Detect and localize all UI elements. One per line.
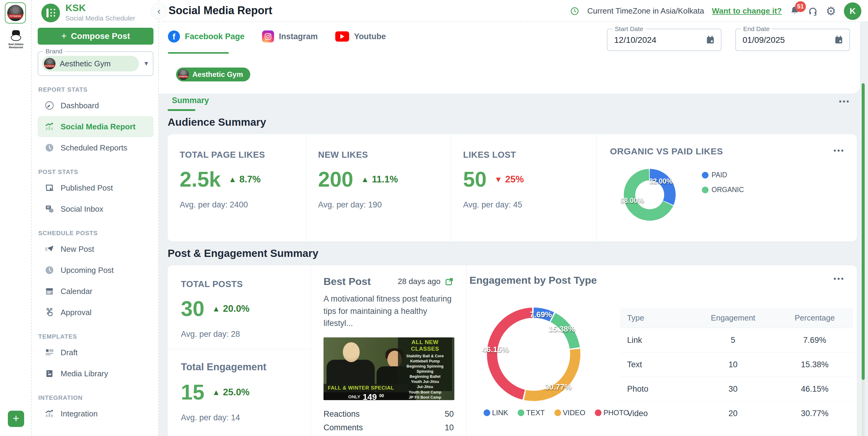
add-workspace-button[interactable]: + (8, 411, 24, 427)
summary-tab-underline (167, 109, 195, 111)
metric-value: 50 (463, 169, 487, 190)
tab-summary[interactable]: Summary (172, 96, 209, 105)
plus-icon: + (61, 30, 67, 41)
tab-instagram[interactable]: Instagram (262, 30, 318, 42)
filters-bar: f Facebook Page Instagram Youtube Start … (159, 22, 860, 93)
scrollbar-track (862, 380, 865, 436)
best-post-reactions-row: Reactions50 (323, 407, 454, 421)
engagement-by-post-type-menu-button[interactable]: ••• (834, 274, 845, 286)
legend-dot-link (484, 409, 490, 416)
audience-summary-heading: Audience Summary (167, 116, 266, 128)
best-post-image-price: ONLY 149 00 (323, 392, 408, 400)
best-post-card: Best Post 28 days ago A motivational fit… (311, 265, 467, 436)
send-icon (44, 244, 55, 254)
app-name: KSK (65, 2, 86, 13)
brand-select[interactable]: Brand FITNESS Aesthetic Gym ▾ (38, 51, 153, 76)
sidebar: KSK Social Media Scheduler + Compose Pos… (32, 0, 159, 436)
engagement-by-post-type-legend: LINK TEXT VIDEO PHOTO (484, 409, 629, 417)
restaurant-caption: Red Stiletto Restaurant (7, 43, 25, 49)
up-triangle-icon: ▲ (361, 175, 369, 184)
app-logo (41, 4, 60, 22)
donut-label-video: 30.77% (545, 382, 571, 392)
best-post-title: Best Post (323, 276, 371, 287)
draft-icon (44, 347, 55, 357)
table-row: Photo 30 46.15% (620, 377, 853, 401)
instagram-icon (262, 30, 274, 42)
tab-youtube[interactable]: Youtube (335, 31, 386, 41)
up-triangle-icon: ▲ (228, 175, 236, 184)
clock-icon (44, 265, 55, 275)
calendar-icon[interactable] (705, 35, 715, 45)
sidebar-item-published-post[interactable]: Published Post (32, 177, 158, 198)
best-post-comments-row: Comments10 (323, 421, 454, 435)
metric-likes-lost: LIKES LOST 50 ▼25% Avg. per day: 45 (451, 134, 597, 242)
best-post-image-classes-panel: ALL NEW CLASSES Stability Ball & Core Ke… (398, 337, 452, 391)
organic-vs-paid-card: ORGANIC VS PAID LIKES ••• 32.00% 68.00% … (597, 134, 857, 242)
up-triangle-icon: ▲ (212, 304, 220, 314)
brand-select-label: Brand (43, 48, 65, 55)
organic-vs-paid-menu-button[interactable]: ••• (834, 146, 845, 156)
notifications-button[interactable]: 51 (789, 5, 800, 17)
metric-total-engagement: Total Engagement 15 ▲25.0% Avg. per day:… (167, 349, 311, 436)
timezone-clock-icon (570, 6, 580, 16)
collapse-sidebar-button[interactable]: ‹ (151, 3, 167, 19)
section-label-schedule-posts: SCHEDULE POSTS (38, 230, 158, 237)
chevron-left-icon: ‹ (157, 5, 161, 16)
sidebar-item-social-media-report[interactable]: Social Media Report (38, 116, 153, 137)
metric-value: 2.5k (180, 169, 221, 190)
headset-icon[interactable] (808, 6, 818, 16)
workspace-rail: FITNESS Red Stiletto Restaurant + (0, 0, 32, 436)
workspace-brand-restaurant[interactable]: Red Stiletto Restaurant (7, 30, 25, 49)
sidebar-item-dashboard[interactable]: Dashboard (32, 95, 158, 116)
post-engagement-card: TOTAL POSTS 30 ▲20.0% Avg. per day: 28 T… (167, 265, 857, 436)
metric-new-likes: NEW LIKES 200 ▲11.1% Avg. per day: 190 (306, 134, 451, 242)
user-avatar[interactable]: K (844, 2, 861, 20)
sidebar-item-approval[interactable]: Approval (32, 302, 158, 323)
donut-label-paid: 32.00% (649, 177, 673, 185)
brand-chip-avatar: FITNESS (178, 69, 189, 80)
donut-label-photo: 46.15% (482, 345, 508, 354)
metric-total-posts: TOTAL POSTS 30 ▲20.0% Avg. per day: 28 (167, 265, 311, 349)
brand-avatar: FITNESS (44, 58, 56, 69)
sidebar-item-draft[interactable]: Draft (32, 342, 158, 363)
workspace-brand-fitness[interactable]: FITNESS (5, 2, 26, 24)
sidebar-item-social-inbox[interactable]: Social Inbox (32, 198, 158, 219)
best-post-image[interactable]: ALL NEW CLASSES Stability Ball & Core Ke… (323, 337, 454, 400)
timezone-change-link[interactable]: Want to change it? (712, 6, 782, 16)
sidebar-item-new-post[interactable]: New Post (32, 239, 158, 259)
brand-select-value[interactable]: FITNESS Aesthetic Gym (42, 56, 139, 71)
compose-post-button[interactable]: + Compose Post (38, 28, 153, 44)
summary-menu-button[interactable]: ••• (839, 97, 850, 105)
calendar-icon (44, 286, 55, 297)
notification-badge: 51 (795, 1, 806, 12)
donut-label-link: 7.69% (530, 310, 552, 319)
report-chart-icon (44, 122, 55, 132)
sidebar-item-integration[interactable]: Integration (32, 403, 158, 424)
up-triangle-icon: ▲ (212, 388, 220, 397)
start-date-field[interactable]: Start Date 12/10/2024 (607, 29, 721, 51)
sidebar-item-upcoming-post[interactable]: Upcoming Post (32, 259, 158, 281)
sidebar-item-media-library[interactable]: Media Library (32, 363, 158, 384)
brand-chip[interactable]: FITNESS Aesthetic Gym (176, 67, 250, 82)
plus-icon: + (13, 412, 19, 425)
donut-label-text: 15.38% (549, 324, 575, 334)
timezone-text: Current TimeZone in Asia/Kolkata (587, 6, 704, 16)
end-date-field[interactable]: End Date 01/09/2025 (735, 29, 850, 51)
end-date-value: 01/09/2025 (743, 35, 785, 45)
table-row: Video 20 30.77% (620, 401, 853, 426)
legend-dot-video (554, 409, 561, 416)
scrollbar-thumb[interactable] (862, 83, 865, 380)
external-link-icon[interactable] (445, 277, 454, 286)
down-triangle-icon: ▼ (494, 175, 502, 184)
post-engagement-heading: Post & Engagement Summary (167, 247, 318, 259)
calendar-icon[interactable] (834, 35, 844, 45)
start-date-value: 12/10/2024 (614, 35, 656, 45)
legend-dot-paid (702, 172, 709, 179)
tab-facebook-page[interactable]: f Facebook Page (168, 30, 245, 42)
legend-dot-text (518, 409, 524, 416)
settings-gear-icon[interactable]: ⚙ (826, 5, 836, 17)
approval-hand-icon (44, 307, 55, 317)
section-label-report-stats: REPORT STATS (38, 86, 158, 93)
sidebar-item-scheduled-reports[interactable]: Scheduled Reports (32, 137, 158, 158)
sidebar-item-calendar[interactable]: Calendar (32, 281, 158, 302)
